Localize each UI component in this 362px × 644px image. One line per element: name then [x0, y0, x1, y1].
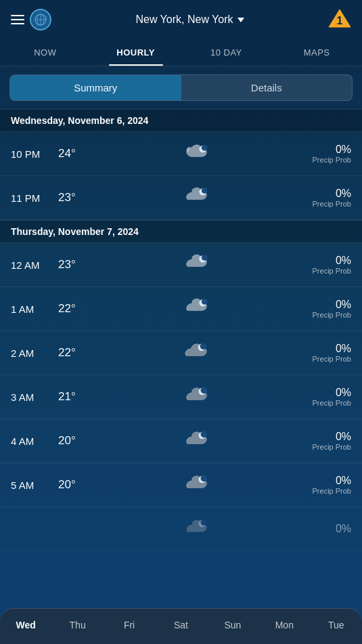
precip-label: Precip Prob: [290, 399, 351, 407]
hourly-content: Wednesday, November 6, 2024 10 PM 24° 0%…: [0, 109, 362, 592]
hour-time: 11 PM: [11, 192, 58, 204]
day-nav-sun[interactable]: Sun: [207, 616, 258, 635]
partly-cloudy-night-icon: [181, 142, 211, 166]
svg-point-7: [202, 145, 208, 151]
partly-cloudy-night-icon: [181, 253, 211, 277]
hourly-row-12am: 12 AM 23° 0% Precip Prob: [0, 243, 362, 287]
hour-weather-icon: [102, 297, 290, 321]
view-toggle: Summary Details: [9, 74, 353, 101]
hour-weather-icon: [102, 142, 290, 166]
partly-cloudy-night-icon: [181, 186, 211, 210]
header-left: [11, 9, 51, 30]
svg-point-15: [200, 343, 207, 349]
precip-percent: 0%: [290, 299, 351, 311]
hour-precip: 0% Precip Prob: [290, 188, 351, 208]
location-text: New York, New York: [135, 14, 233, 26]
tab-maps[interactable]: MAPS: [271, 39, 362, 66]
hour-weather-icon: [102, 253, 290, 277]
precip-label: Precip Prob: [290, 311, 351, 319]
hourly-row-partial: 0%: [0, 507, 362, 551]
hour-time: 5 AM: [11, 479, 58, 491]
precip-label: Precip Prob: [290, 443, 351, 451]
hour-time: 2 AM: [11, 347, 58, 359]
day-nav-fri[interactable]: Fri: [104, 616, 155, 635]
hour-time: 1 AM: [11, 303, 58, 315]
precip-percent: 0%: [290, 387, 351, 399]
app-logo: [30, 9, 51, 30]
alert-button[interactable]: 1: [328, 8, 351, 31]
hour-time: 4 AM: [11, 435, 58, 447]
precip-label: Precip Prob: [290, 487, 351, 495]
svg-point-13: [202, 299, 208, 305]
hour-precip: 0% Precip Prob: [290, 343, 351, 363]
hour-temp: 22°: [58, 302, 102, 316]
svg-point-19: [201, 431, 208, 437]
hour-weather-icon: [102, 517, 290, 541]
bottom-day-navigation: Wed Thu Fri Sat Sun Mon Tue: [0, 608, 362, 644]
day-nav-tue[interactable]: Tue: [311, 616, 362, 635]
hour-temp: 24°: [58, 147, 102, 160]
precip-label: Precip Prob: [290, 156, 351, 164]
precip-percent: 0%: [290, 188, 351, 200]
hourly-row-11pm: 11 PM 23° 0% Precip Prob: [0, 176, 362, 220]
svg-point-23: [201, 519, 208, 525]
hour-weather-icon: [102, 429, 290, 453]
hour-precip: 0% Precip Prob: [290, 255, 351, 275]
partly-cloudy-night-icon: [181, 429, 211, 453]
precip-percent: 0%: [290, 523, 351, 535]
tab-now[interactable]: NOW: [0, 39, 91, 66]
day-header-thursday: Thursday, November 7, 2024: [0, 220, 362, 243]
hourly-row-4am: 4 AM 20° 0% Precip Prob: [0, 419, 362, 463]
precip-label: Precip Prob: [290, 200, 351, 208]
day-nav-sat[interactable]: Sat: [155, 616, 206, 635]
partly-cloudy-night-icon: [181, 473, 211, 497]
hour-temp: 23°: [58, 258, 102, 272]
hourly-row-2am: 2 AM 22° 0% Precip Prob: [0, 331, 362, 375]
hour-temp: 22°: [58, 346, 102, 360]
svg-point-21: [201, 475, 208, 481]
location-selector[interactable]: New York, New York: [135, 14, 244, 26]
details-toggle-button[interactable]: Details: [181, 75, 353, 100]
precip-percent: 0%: [290, 343, 351, 355]
hour-time: 3 AM: [11, 391, 58, 403]
hour-weather-icon: [102, 473, 290, 497]
hourly-row-3am: 3 AM 21° 0% Precip Prob: [0, 375, 362, 419]
svg-text:1: 1: [337, 15, 343, 26]
precip-label: Precip Prob: [290, 355, 351, 363]
hour-weather-icon: [102, 341, 290, 365]
navigation-tabs: NOW HOURLY 10 DAY MAPS: [0, 39, 362, 66]
precip-percent: 0%: [290, 431, 351, 443]
day-nav-mon[interactable]: Mon: [258, 616, 310, 635]
precip-label: Precip Prob: [290, 267, 351, 275]
day-header-wednesday: Wednesday, November 6, 2024: [0, 109, 362, 132]
summary-toggle-button[interactable]: Summary: [10, 75, 181, 100]
precip-percent: 0%: [290, 144, 351, 156]
partly-cloudy-night-icon: [181, 341, 211, 365]
hour-temp: 20°: [58, 478, 102, 492]
hour-temp: 23°: [58, 191, 102, 205]
tab-hourly[interactable]: HOURLY: [91, 39, 181, 66]
app-header: New York, New York 1: [0, 0, 362, 39]
menu-icon[interactable]: [11, 15, 24, 24]
hour-precip: 0% Precip Prob: [290, 387, 351, 407]
hour-precip: 0% Precip Prob: [290, 431, 351, 451]
precip-percent: 0%: [290, 255, 351, 267]
precip-percent: 0%: [290, 475, 351, 487]
hourly-row-5am: 5 AM 20° 0% Precip Prob: [0, 463, 362, 507]
hour-precip: 0% Precip Prob: [290, 475, 351, 495]
hourly-row-1am: 1 AM 22° 0% Precip Prob: [0, 287, 362, 331]
partly-cloudy-night-icon: [181, 517, 211, 541]
day-nav-thu[interactable]: Thu: [51, 616, 103, 635]
hour-temp: 21°: [58, 390, 102, 404]
tab-10day[interactable]: 10 DAY: [181, 39, 272, 66]
alert-triangle-icon: 1: [328, 8, 351, 28]
hour-weather-icon: [102, 385, 290, 409]
day-nav-wed[interactable]: Wed: [0, 616, 51, 635]
hour-time: 10 PM: [11, 148, 58, 160]
hour-temp: 20°: [58, 434, 102, 448]
hourly-row-10pm: 10 PM 24° 0% Precip Prob: [0, 132, 362, 176]
svg-point-9: [202, 188, 208, 194]
partly-cloudy-night-icon: [181, 297, 211, 321]
svg-point-17: [201, 387, 208, 393]
svg-point-11: [202, 255, 208, 261]
